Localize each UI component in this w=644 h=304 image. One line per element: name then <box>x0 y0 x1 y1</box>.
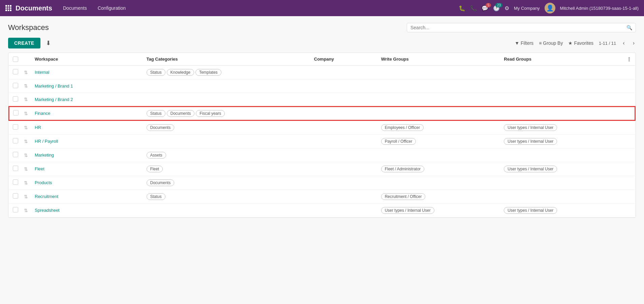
activity-badge: 23 <box>495 3 502 7</box>
avatar[interactable]: 👤 <box>545 3 555 13</box>
tag-categories: Documents <box>143 176 310 190</box>
company-cell <box>310 176 377 190</box>
table-row: ⇅RecruitmentStatusRecruitment / Officer <box>9 190 635 203</box>
nav-configuration[interactable]: Configuration <box>94 3 130 13</box>
row-checkbox[interactable] <box>9 162 23 176</box>
debug-icon[interactable]: 🐛 <box>459 5 465 11</box>
create-button[interactable]: CREATE <box>8 38 40 48</box>
workspace-name[interactable]: HR / Payroll <box>31 134 143 148</box>
tag-pill: Documents <box>167 110 195 117</box>
favorites-button[interactable]: ★ Favorites <box>568 40 593 46</box>
drag-handle[interactable]: ⇅ <box>23 162 31 176</box>
prev-page-button[interactable]: ‹ <box>621 39 626 47</box>
workspace-name[interactable]: Finance <box>31 106 143 121</box>
col-tag-categories[interactable]: Tag Categories <box>143 53 310 65</box>
company-cell <box>310 190 377 203</box>
company-name: My Company <box>514 6 540 11</box>
tag-categories: Documents <box>143 121 310 135</box>
row-options[interactable] <box>623 162 635 176</box>
nav-documents[interactable]: Documents <box>59 3 91 13</box>
row-options[interactable] <box>623 65 635 79</box>
write-groups-cell <box>377 93 500 106</box>
drag-handle[interactable]: ⇅ <box>23 176 31 190</box>
company-cell <box>310 121 377 135</box>
workspace-name[interactable]: HR <box>31 121 143 135</box>
row-checkbox[interactable] <box>9 190 23 203</box>
filters-button[interactable]: ▼ Filters <box>515 40 533 46</box>
search-input[interactable] <box>410 25 626 30</box>
groupby-button[interactable]: ≡ Group By <box>539 40 563 46</box>
read-groups-cell: User types / Internal User <box>500 134 623 148</box>
table-row: ⇅ProductsDocuments <box>9 176 635 190</box>
col-write-groups[interactable]: Write Groups <box>377 53 500 65</box>
search-icon: 🔍 <box>626 25 632 30</box>
col-workspace[interactable]: Workspace <box>31 53 143 65</box>
drag-handle[interactable]: ⇅ <box>23 203 31 217</box>
chat-icon[interactable]: 💬 5 <box>482 5 488 11</box>
workspace-name[interactable]: Recruitment <box>31 190 143 203</box>
phone-icon[interactable]: 📞 <box>470 5 477 11</box>
read-group-pill: User types / Internal User <box>504 207 557 214</box>
table-row: ⇅FinanceStatusDocumentsFiscal years <box>9 106 635 121</box>
workspace-name[interactable]: Fleet <box>31 162 143 176</box>
col-options[interactable]: ⋮ <box>623 53 635 65</box>
row-options[interactable] <box>623 176 635 190</box>
drag-handle[interactable]: ⇅ <box>23 190 31 203</box>
workspace-name[interactable]: Marketing <box>31 148 143 162</box>
col-read-groups[interactable]: Read Groups <box>500 53 623 65</box>
row-options[interactable] <box>623 106 635 121</box>
row-options[interactable] <box>623 79 635 93</box>
row-checkbox[interactable] <box>9 148 23 162</box>
drag-handle[interactable]: ⇅ <box>23 134 31 148</box>
drag-handle[interactable]: ⇅ <box>23 148 31 162</box>
workspace-name[interactable]: Internal <box>31 65 143 79</box>
row-options[interactable] <box>623 93 635 106</box>
drag-handle[interactable]: ⇅ <box>23 65 31 79</box>
activity-icon[interactable]: 🕐 23 <box>493 5 500 11</box>
chat-badge: 5 <box>486 3 491 7</box>
app-grid-icon[interactable] <box>5 5 11 11</box>
read-groups-cell: User types / Internal User <box>500 121 623 135</box>
read-group-pill: User types / Internal User <box>504 138 557 145</box>
row-checkbox[interactable] <box>9 79 23 93</box>
row-options[interactable] <box>623 148 635 162</box>
row-options[interactable] <box>623 121 635 135</box>
page-title: Workspaces <box>8 23 49 32</box>
workspace-name[interactable]: Marketing / Brand 2 <box>31 93 143 106</box>
write-groups-cell <box>377 106 500 121</box>
row-checkbox[interactable] <box>9 93 23 106</box>
table-row: ⇅SpreadsheetUser types / Internal UserUs… <box>9 203 635 217</box>
col-company[interactable]: Company <box>310 53 377 65</box>
workspace-name[interactable]: Products <box>31 176 143 190</box>
row-checkbox[interactable] <box>9 106 23 121</box>
search-bar[interactable]: 🔍 <box>407 23 636 32</box>
table-row: ⇅HRDocumentsEmployees / OfficerUser type… <box>9 121 635 135</box>
workspace-name[interactable]: Marketing / Brand 1 <box>31 79 143 93</box>
row-options[interactable] <box>623 203 635 217</box>
drag-handle[interactable]: ⇅ <box>23 121 31 135</box>
row-checkbox[interactable] <box>9 176 23 190</box>
row-checkbox[interactable] <box>9 203 23 217</box>
tag-pill: Knowledge <box>167 69 194 76</box>
drag-handle[interactable]: ⇅ <box>23 106 31 121</box>
toolbar-right: ▼ Filters ≡ Group By ★ Favorites 1-11 / … <box>515 39 636 47</box>
row-checkbox[interactable] <box>9 65 23 79</box>
drag-handle[interactable]: ⇅ <box>23 93 31 106</box>
tag-pill: Fleet <box>147 166 163 172</box>
row-options[interactable] <box>623 190 635 203</box>
read-groups-cell: User types / Internal User <box>500 162 623 176</box>
settings-icon[interactable]: ⚙ <box>504 5 509 11</box>
write-group-pill: Fleet / Administrator <box>381 166 425 172</box>
download-button[interactable]: ⬇ <box>43 38 54 48</box>
col-checkbox[interactable] <box>9 53 23 65</box>
col-drag <box>23 53 31 65</box>
read-groups-cell <box>500 176 623 190</box>
row-options[interactable] <box>623 134 635 148</box>
drag-handle[interactable]: ⇅ <box>23 79 31 93</box>
row-checkbox[interactable] <box>9 121 23 135</box>
next-page-button[interactable]: › <box>632 39 636 47</box>
topnav: Documents Documents Configuration 🐛 📞 💬 … <box>0 0 644 16</box>
workspace-name[interactable]: Spreadsheet <box>31 203 143 217</box>
row-checkbox[interactable] <box>9 134 23 148</box>
username: Mitchell Admin (15180739-saas-15-1-all) <box>560 6 639 11</box>
